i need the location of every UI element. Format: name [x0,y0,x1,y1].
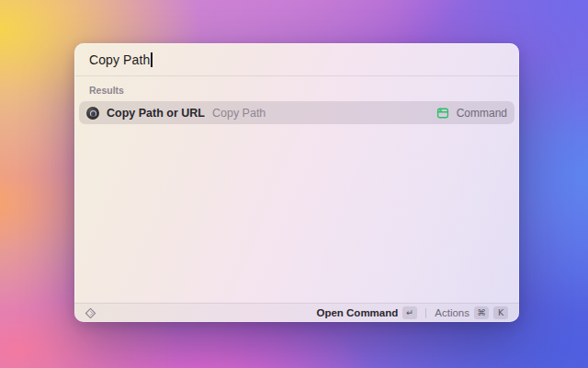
text-caret [151,52,153,67]
open-command-button[interactable]: Open Command ↵ [316,306,417,319]
desktop-background: Copy Path Results Copy Path or URL Copy … [0,0,588,368]
result-row-copy-path-or-url[interactable]: Copy Path or URL Copy Path Command [79,101,514,124]
result-type-label: Command [457,107,507,120]
footer-divider [425,308,426,318]
actions-label: Actions [435,307,469,318]
actions-button[interactable]: Actions ⌘ K [435,306,508,319]
search-input[interactable]: Copy Path [89,52,150,67]
raycast-logo-icon [85,307,96,319]
command-window-icon [436,107,449,120]
open-command-label: Open Command [316,307,398,318]
footer-bar: Open Command ↵ Actions ⌘ K [74,303,519,322]
results-panel: Results Copy Path or URL Copy Path Comma… [74,76,519,303]
result-title: Copy Path or URL [107,107,205,120]
search-bar[interactable]: Copy Path [74,43,519,75]
results-section-label: Results [79,76,514,101]
footer-actions: Open Command ↵ Actions ⌘ K [316,306,508,319]
return-key-icon: ↵ [402,306,417,319]
raycast-window: Copy Path Results Copy Path or URL Copy … [74,43,519,322]
cmd-key-icon: ⌘ [474,306,489,319]
result-subtitle: Copy Path [212,107,266,120]
copy-path-extension-icon [85,106,99,120]
k-key-icon: K [493,306,508,319]
